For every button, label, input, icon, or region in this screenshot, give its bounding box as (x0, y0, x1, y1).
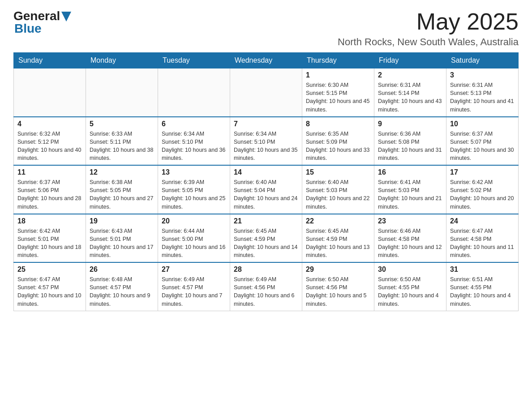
calendar-day-header: Sunday (14, 53, 86, 68)
calendar-week-row: 4Sunrise: 6:32 AM Sunset: 5:12 PM Daylig… (14, 117, 519, 166)
calendar-cell: 14Sunrise: 6:40 AM Sunset: 5:04 PM Dayli… (230, 165, 302, 214)
day-info: Sunrise: 6:31 AM Sunset: 5:13 PM Dayligh… (450, 81, 515, 114)
day-info: Sunrise: 6:37 AM Sunset: 5:07 PM Dayligh… (450, 130, 515, 163)
day-number: 12 (90, 168, 154, 176)
page-header: General Blue May 2025 North Rocks, New S… (13, 9, 519, 48)
calendar-cell: 13Sunrise: 6:39 AM Sunset: 5:05 PM Dayli… (158, 165, 230, 214)
day-number: 7 (234, 120, 298, 128)
day-info: Sunrise: 6:51 AM Sunset: 4:55 PM Dayligh… (450, 275, 515, 308)
calendar-cell: 10Sunrise: 6:37 AM Sunset: 5:07 PM Dayli… (446, 117, 519, 166)
logo-triangle-icon (61, 12, 71, 21)
day-info: Sunrise: 6:47 AM Sunset: 4:58 PM Dayligh… (450, 227, 515, 260)
logo: General Blue (13, 9, 71, 36)
title-block: May 2025 North Rocks, New South Wales, A… (338, 9, 519, 48)
day-info: Sunrise: 6:48 AM Sunset: 4:57 PM Dayligh… (90, 275, 154, 308)
calendar-cell: 12Sunrise: 6:38 AM Sunset: 5:05 PM Dayli… (86, 165, 158, 214)
day-number: 6 (162, 120, 226, 128)
calendar-day-header: Tuesday (158, 53, 230, 68)
calendar-cell: 18Sunrise: 6:42 AM Sunset: 5:01 PM Dayli… (14, 214, 86, 263)
calendar-cell (158, 68, 230, 117)
day-info: Sunrise: 6:42 AM Sunset: 5:02 PM Dayligh… (450, 178, 515, 211)
calendar-week-row: 18Sunrise: 6:42 AM Sunset: 5:01 PM Dayli… (14, 214, 519, 263)
day-number: 14 (234, 168, 298, 176)
day-number: 20 (162, 217, 226, 225)
calendar-cell: 9Sunrise: 6:36 AM Sunset: 5:08 PM Daylig… (374, 117, 446, 166)
day-number: 1 (306, 71, 370, 79)
calendar-cell: 23Sunrise: 6:46 AM Sunset: 4:58 PM Dayli… (374, 214, 446, 263)
day-info: Sunrise: 6:38 AM Sunset: 5:05 PM Dayligh… (90, 178, 154, 211)
day-number: 22 (306, 217, 370, 225)
day-info: Sunrise: 6:49 AM Sunset: 4:56 PM Dayligh… (234, 275, 298, 308)
calendar-cell: 28Sunrise: 6:49 AM Sunset: 4:56 PM Dayli… (230, 262, 302, 311)
calendar-cell: 5Sunrise: 6:33 AM Sunset: 5:11 PM Daylig… (86, 117, 158, 166)
day-info: Sunrise: 6:45 AM Sunset: 4:59 PM Dayligh… (234, 227, 298, 260)
day-number: 10 (450, 120, 515, 128)
day-info: Sunrise: 6:40 AM Sunset: 5:04 PM Dayligh… (234, 178, 298, 211)
day-info: Sunrise: 6:42 AM Sunset: 5:01 PM Dayligh… (17, 227, 82, 260)
calendar-cell (14, 68, 86, 117)
calendar-header-row: SundayMondayTuesdayWednesdayThursdayFrid… (14, 53, 519, 68)
day-number: 27 (162, 265, 226, 274)
calendar-cell: 20Sunrise: 6:44 AM Sunset: 5:00 PM Dayli… (158, 214, 230, 263)
calendar-week-row: 1Sunrise: 6:30 AM Sunset: 5:15 PM Daylig… (14, 68, 519, 117)
day-info: Sunrise: 6:37 AM Sunset: 5:06 PM Dayligh… (17, 178, 82, 211)
day-info: Sunrise: 6:39 AM Sunset: 5:05 PM Dayligh… (162, 178, 226, 211)
calendar-cell: 16Sunrise: 6:41 AM Sunset: 5:03 PM Dayli… (374, 165, 446, 214)
day-info: Sunrise: 6:35 AM Sunset: 5:09 PM Dayligh… (306, 130, 370, 163)
day-number: 26 (90, 265, 154, 274)
calendar-cell (86, 68, 158, 117)
day-number: 30 (378, 265, 442, 274)
day-info: Sunrise: 6:47 AM Sunset: 4:57 PM Dayligh… (17, 275, 82, 308)
svg-marker-0 (61, 12, 71, 21)
day-info: Sunrise: 6:34 AM Sunset: 5:10 PM Dayligh… (162, 130, 226, 163)
day-number: 18 (17, 217, 82, 225)
calendar-cell: 3Sunrise: 6:31 AM Sunset: 5:13 PM Daylig… (446, 68, 519, 117)
calendar-day-header: Monday (86, 53, 158, 68)
day-number: 2 (378, 71, 442, 79)
calendar-week-row: 25Sunrise: 6:47 AM Sunset: 4:57 PM Dayli… (14, 262, 519, 311)
day-info: Sunrise: 6:46 AM Sunset: 4:58 PM Dayligh… (378, 227, 442, 260)
calendar-cell: 24Sunrise: 6:47 AM Sunset: 4:58 PM Dayli… (446, 214, 519, 263)
day-info: Sunrise: 6:44 AM Sunset: 5:00 PM Dayligh… (162, 227, 226, 260)
calendar-cell: 1Sunrise: 6:30 AM Sunset: 5:15 PM Daylig… (302, 68, 374, 117)
calendar-cell: 29Sunrise: 6:50 AM Sunset: 4:56 PM Dayli… (302, 262, 374, 311)
calendar-day-header: Wednesday (230, 53, 302, 68)
day-info: Sunrise: 6:33 AM Sunset: 5:11 PM Dayligh… (90, 130, 154, 163)
day-number: 11 (17, 168, 82, 176)
day-info: Sunrise: 6:50 AM Sunset: 4:56 PM Dayligh… (306, 275, 370, 308)
day-number: 16 (378, 168, 442, 176)
day-number: 21 (234, 217, 298, 225)
day-number: 13 (162, 168, 226, 176)
calendar-day-header: Saturday (446, 53, 519, 68)
logo-blue-text: Blue (14, 21, 42, 36)
day-number: 5 (90, 120, 154, 128)
day-number: 8 (306, 120, 370, 128)
day-info: Sunrise: 6:30 AM Sunset: 5:15 PM Dayligh… (306, 81, 370, 114)
calendar-day-header: Friday (374, 53, 446, 68)
day-number: 31 (450, 265, 515, 274)
calendar-table: SundayMondayTuesdayWednesdayThursdayFrid… (13, 52, 519, 311)
day-info: Sunrise: 6:32 AM Sunset: 5:12 PM Dayligh… (17, 130, 82, 163)
day-number: 15 (306, 168, 370, 176)
day-number: 4 (17, 120, 82, 128)
day-info: Sunrise: 6:36 AM Sunset: 5:08 PM Dayligh… (378, 130, 442, 163)
day-info: Sunrise: 6:50 AM Sunset: 4:55 PM Dayligh… (378, 275, 442, 308)
day-info: Sunrise: 6:49 AM Sunset: 4:57 PM Dayligh… (162, 275, 226, 308)
day-number: 29 (306, 265, 370, 274)
calendar-cell: 22Sunrise: 6:45 AM Sunset: 4:59 PM Dayli… (302, 214, 374, 263)
calendar-cell: 2Sunrise: 6:31 AM Sunset: 5:14 PM Daylig… (374, 68, 446, 117)
day-info: Sunrise: 6:41 AM Sunset: 5:03 PM Dayligh… (378, 178, 442, 211)
day-number: 24 (450, 217, 515, 225)
calendar-cell: 27Sunrise: 6:49 AM Sunset: 4:57 PM Dayli… (158, 262, 230, 311)
calendar-cell: 31Sunrise: 6:51 AM Sunset: 4:55 PM Dayli… (446, 262, 519, 311)
calendar-cell: 15Sunrise: 6:40 AM Sunset: 5:03 PM Dayli… (302, 165, 374, 214)
day-info: Sunrise: 6:43 AM Sunset: 5:01 PM Dayligh… (90, 227, 154, 260)
calendar-cell: 6Sunrise: 6:34 AM Sunset: 5:10 PM Daylig… (158, 117, 230, 166)
day-number: 23 (378, 217, 442, 225)
day-number: 25 (17, 265, 82, 274)
calendar-cell: 19Sunrise: 6:43 AM Sunset: 5:01 PM Dayli… (86, 214, 158, 263)
day-number: 28 (234, 265, 298, 274)
calendar-day-header: Thursday (302, 53, 374, 68)
day-info: Sunrise: 6:34 AM Sunset: 5:10 PM Dayligh… (234, 130, 298, 163)
calendar-cell: 4Sunrise: 6:32 AM Sunset: 5:12 PM Daylig… (14, 117, 86, 166)
